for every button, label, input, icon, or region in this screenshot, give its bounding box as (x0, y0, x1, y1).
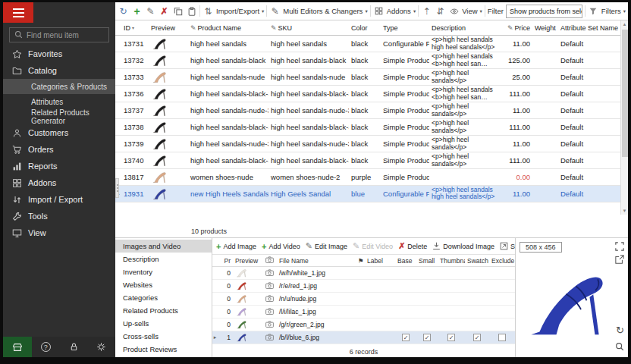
import-export-dropdown[interactable]: ⇅ Import/Export ▾ (202, 5, 264, 17)
customers-icon (11, 127, 22, 138)
grid-vertical-scrollbar[interactable]: ▲ ▼ (620, 20, 628, 215)
product-row[interactable]: ▸13931new High Heels SandalsHigh Geels S… (115, 186, 628, 202)
delete-image-button[interactable]: ✗Delete (398, 241, 427, 251)
multi-editors-dropdown[interactable]: ✎ Multi Editors & Changers ▾ (269, 5, 367, 17)
images-column-header-exclude[interactable]: Exclude (489, 257, 515, 265)
addons-dropdown[interactable]: Addons ▾ (373, 5, 416, 17)
cell-type: Simple Product (381, 89, 429, 98)
tab-up-sells[interactable]: Up-sells (115, 317, 212, 330)
column-header-description[interactable]: Description (429, 24, 501, 32)
column-header-attribute-set-name[interactable]: Attribute Set Name (558, 24, 620, 32)
image-row[interactable]: ▸1/b/l/blue_6.jpg✓✓✓✓ (212, 331, 515, 344)
filters-dropdown[interactable]: Filters ▾ (588, 5, 626, 17)
images-column-header-preview[interactable]: Preview (233, 257, 263, 265)
set-resize-rule-button[interactable]: Set Resize Rule▾ (500, 242, 515, 250)
column-header-id[interactable]: ID▾ (121, 24, 149, 32)
fullscreen-icon[interactable] (615, 242, 624, 251)
checkbox-thumb[interactable]: ✓ (447, 334, 455, 341)
sidebar-item-reports[interactable]: Reports (3, 158, 115, 174)
product-row[interactable]: 13731high heel sandalshigh heel sandalsb… (115, 36, 628, 52)
rotate-icon[interactable]: ↻ (616, 325, 624, 336)
help-icon[interactable]: ? (32, 337, 60, 357)
view-dropdown[interactable]: View ▾ (448, 5, 482, 17)
sidebar-item-orders[interactable]: Orders (3, 141, 115, 158)
sidebar-item-view[interactable]: View (3, 224, 115, 241)
tab-description[interactable]: Description (115, 253, 212, 265)
tab-websites[interactable]: Websites (115, 278, 212, 291)
zoom-icon[interactable] (615, 342, 624, 351)
product-row[interactable]: 13817women shoes-nudewomen shoes-nude-2p… (115, 169, 628, 186)
tab-related-products[interactable]: Related Products (115, 304, 212, 317)
add-image-button[interactable]: +Add Image (216, 242, 256, 251)
column-header-price[interactable]: ✎Price (501, 24, 532, 32)
tab-inventory[interactable]: Inventory (115, 265, 212, 278)
product-row[interactable]: 13737high heel sandals-nude-36high heel … (115, 102, 628, 119)
checkbox-base[interactable]: ✓ (402, 334, 410, 341)
sidebar-item-attributes[interactable]: Attributes (3, 94, 115, 109)
menu-icon[interactable] (3, 2, 33, 23)
images-column-header-file[interactable]: File Name (277, 257, 356, 265)
download-image-button[interactable]: Download Image (432, 242, 494, 250)
checkbox-exclude[interactable] (498, 334, 506, 341)
product-row[interactable]: 13740high heel sandals-black-38high heel… (115, 152, 628, 169)
image-row[interactable]: 0/g/r/green_2.jpg (212, 318, 515, 331)
image-row[interactable]: 0/r/e/red_1.jpg (212, 280, 515, 293)
images-column-header-base[interactable]: Base (395, 257, 416, 265)
add-video-button[interactable]: +Add Video (262, 242, 300, 251)
copy-icon[interactable] (172, 5, 184, 17)
images-column-header-swatch[interactable]: Swatch (465, 257, 489, 265)
lock-icon[interactable] (60, 337, 88, 357)
column-header-sku[interactable]: ✎SKU (268, 24, 349, 32)
add-product-icon[interactable]: + (131, 5, 143, 17)
images-column-header-pr[interactable]: Pr (218, 257, 233, 265)
edit-icon[interactable]: ✎ (145, 5, 156, 17)
product-row[interactable]: 13738high heel sandals-black-37high heel… (115, 119, 628, 136)
images-column-header-label[interactable]: Label (365, 257, 395, 265)
cell-sku: high heel sandals-nude-37 (268, 140, 349, 148)
column-header-weight[interactable]: Weight (532, 24, 558, 32)
settings-icon[interactable] (87, 337, 115, 357)
filter-label: Filter (488, 7, 504, 15)
sort-asc-icon[interactable]: ⇡ (421, 5, 432, 17)
sidebar-item-addons[interactable]: Addons (3, 174, 115, 191)
splitter-handle[interactable] (115, 178, 119, 198)
sidebar-item-related-products-generator[interactable]: Related Products Generator (3, 109, 115, 124)
sidebar-item-import-export[interactable]: Import / Export (3, 191, 115, 208)
image-row[interactable]: 0/w/h/white_1.jpg (212, 267, 515, 280)
column-header-preview[interactable]: Preview (149, 24, 188, 32)
refresh-icon[interactable]: ↻ (118, 5, 129, 17)
column-header-product-name[interactable]: ✎Product Name (188, 24, 268, 32)
product-row[interactable]: 13739high heel sandals-nude-37high heel … (115, 136, 628, 152)
sidebar-item-customers[interactable]: Customers (3, 124, 115, 141)
cell-name: high heel sandals-black-38 (188, 156, 268, 165)
paste-icon[interactable] (186, 5, 197, 17)
store-icon[interactable] (3, 337, 32, 357)
filter-select[interactable]: Show products from selected categories ▾ (506, 5, 582, 18)
tab-categories[interactable]: Categories (115, 291, 212, 304)
image-row[interactable]: 0/l/i/lilac_1.jpg (212, 306, 515, 318)
checkbox-small[interactable]: ✓ (423, 334, 431, 341)
sidebar-item-categories-products[interactable]: Categories & Products (3, 79, 115, 94)
sidebar-item-tools[interactable]: Tools (3, 208, 115, 224)
product-row[interactable]: 13732high heel sandals-blackhigh heel sa… (115, 52, 628, 69)
scroll-up-icon[interactable]: ▲ (621, 20, 628, 28)
product-row[interactable]: 13736high heel sandals-black-36high heel… (115, 86, 628, 102)
menu-search-input[interactable]: Find menu item (9, 27, 109, 42)
column-header-color[interactable]: Color (349, 24, 381, 32)
delete-icon[interactable]: ✗ (159, 5, 170, 17)
product-row[interactable]: 13733high heel sandals-nudehigh heel san… (115, 69, 628, 86)
tab-images-and-video[interactable]: Images and Video (115, 240, 212, 253)
image-row[interactable]: 0/n/u/nude.jpg (212, 293, 515, 306)
images-column-header-thumb[interactable]: Thumbna (438, 257, 465, 265)
scroll-down-icon[interactable]: ▼ (621, 207, 628, 215)
images-column-header-small[interactable]: Small (416, 257, 438, 265)
edit-image-button[interactable]: ✎Edit Image (306, 241, 347, 251)
tab-product-reviews[interactable]: Product Reviews (115, 343, 212, 356)
column-header-type[interactable]: Type (381, 24, 429, 32)
sidebar-item-catalog[interactable]: Catalog (3, 62, 115, 79)
checkbox-swatch[interactable]: ✓ (473, 334, 481, 341)
sidebar-item-favorites[interactable]: Favorites (3, 46, 115, 62)
sort-desc-icon[interactable]: ⇵ (435, 5, 446, 17)
scrollbar-thumb[interactable] (622, 30, 628, 157)
tab-cross-sells[interactable]: Cross-sells (115, 330, 212, 343)
